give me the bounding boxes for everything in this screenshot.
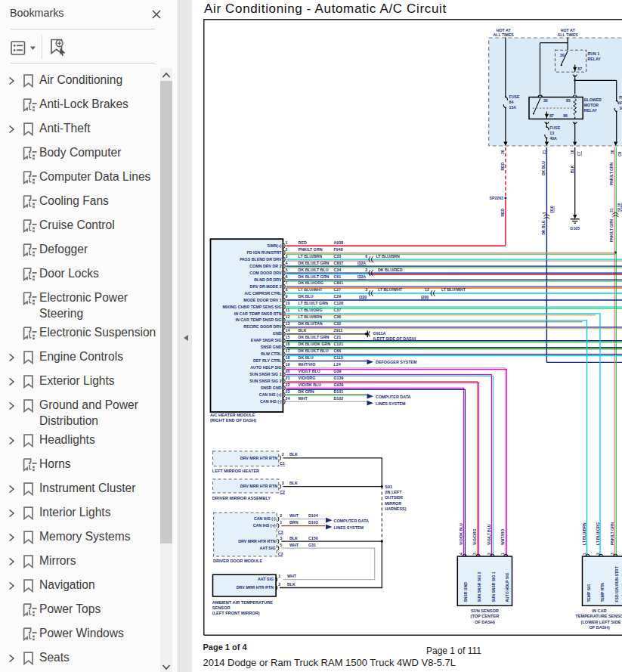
- svg-text:MODE DOOR DRV 1: MODE DOOR DRV 1: [243, 298, 281, 302]
- svg-text:SUN SNSR SIG 2: SUN SNSR SIG 2: [477, 571, 481, 602]
- svg-text:GND: GND: [273, 331, 282, 336]
- svg-text:2: 2: [282, 452, 284, 457]
- svg-text:TEMP SIG: TEMP SIG: [586, 584, 591, 602]
- svg-text:D102: D102: [334, 396, 344, 401]
- svg-text:24: 24: [286, 396, 290, 401]
- svg-text:G911A: G911A: [373, 331, 386, 336]
- svg-text:1: 1: [278, 574, 280, 578]
- svg-text:RED: RED: [299, 240, 307, 245]
- svg-text:C29: C29: [334, 294, 342, 299]
- svg-text:I32A: I32A: [357, 274, 366, 279]
- svg-text:BLW CTRL: BLW CTRL: [261, 351, 282, 356]
- svg-text:12: 12: [425, 287, 429, 292]
- svg-text:LT BLU/BRN: LT BLU/BRN: [376, 254, 401, 259]
- svg-text:85: 85: [566, 98, 571, 103]
- svg-text:C3: C3: [278, 530, 283, 534]
- svg-text:BLK: BLK: [287, 582, 296, 587]
- svg-text:C2: C2: [278, 552, 283, 556]
- svg-text:5: 5: [280, 543, 282, 547]
- svg-text:BLK: BLK: [289, 536, 298, 540]
- svg-text:DRV MRR HTR RTN: DRV MRR HTR RTN: [238, 539, 276, 543]
- svg-text:BLK: BLK: [570, 165, 574, 173]
- svg-text:OUTSIDE: OUTSIDE: [385, 495, 403, 500]
- svg-text:IN CAR TEMP SNSR SIG: IN CAR TEMP SNSR SIG: [235, 317, 281, 322]
- svg-text:LT BLU/WHT: LT BLU/WHT: [378, 287, 403, 292]
- svg-text:FUSE: FUSE: [509, 94, 520, 99]
- svg-text:WHT: WHT: [289, 513, 299, 518]
- svg-text:IN CAR: IN CAR: [592, 609, 606, 613]
- svg-text:TEMP RTN: TEMP RTN: [600, 583, 605, 602]
- svg-text:1: 1: [582, 553, 586, 555]
- svg-text:CAN IHS (-): CAN IHS (-): [254, 516, 276, 521]
- svg-text:DRIVER DOOR MODULE: DRIVER DOOR MODULE: [213, 559, 263, 563]
- svg-text:SUN SNSR SIG 1: SUN SNSR SIG 1: [249, 372, 281, 376]
- svg-text:AUTO HDLP SIG: AUTO HDLP SIG: [250, 365, 281, 370]
- svg-text:G105: G105: [570, 226, 580, 231]
- svg-text:LEFT MIRROR HEATER: LEFT MIRROR HEATER: [212, 469, 259, 473]
- svg-text:2: 2: [365, 268, 367, 272]
- svg-text:36: 36: [610, 150, 614, 154]
- svg-text:VIO/ORG: VIO/ORG: [472, 528, 477, 545]
- svg-text:RED: RED: [500, 163, 505, 171]
- svg-text:G31: G31: [308, 543, 316, 547]
- svg-text:2: 2: [280, 513, 282, 518]
- svg-text:ALL TIMES: ALL TIMES: [494, 33, 515, 37]
- svg-text:COMPUTER DATA: COMPUTER DATA: [334, 519, 370, 523]
- svg-text:ALL TIMES: ALL TIMES: [558, 33, 579, 37]
- svg-text:A938: A938: [334, 240, 344, 245]
- svg-text:FUSE: FUSE: [619, 95, 622, 100]
- svg-text:I310: I310: [549, 206, 554, 213]
- svg-text:13: 13: [549, 131, 554, 135]
- svg-text:4: 4: [459, 553, 463, 555]
- svg-text:CAN IHS (+): CAN IHS (+): [253, 523, 276, 528]
- svg-text:WHT/VIO: WHT/VIO: [500, 529, 505, 545]
- svg-text:3: 3: [610, 553, 614, 555]
- svg-text:36: 36: [500, 150, 505, 154]
- svg-text:FUSE: FUSE: [549, 125, 560, 130]
- svg-text:SUN SNSR SIG 2: SUN SNSR SIG 2: [249, 379, 281, 383]
- svg-text:VIO/DK BLU: VIO/DK BLU: [459, 523, 463, 545]
- svg-text:PNK/LT GRN: PNK/LT GRN: [610, 522, 614, 545]
- svg-text:MIXING CHBR TEMP SENS SIG: MIXING CHBR TEMP SENS SIG: [222, 305, 281, 309]
- svg-text:D103: D103: [308, 520, 318, 525]
- svg-text:COMPUTER DATA: COMPUTER DATA: [376, 395, 411, 399]
- svg-text:10: 10: [286, 301, 290, 305]
- svg-text:15A: 15A: [509, 105, 517, 110]
- svg-text:97: 97: [619, 101, 622, 105]
- svg-text:LT BLU/BRN: LT BLU/BRN: [582, 522, 586, 545]
- svg-text:IN CAR TEMP SNSR RTN: IN CAR TEMP SNSR RTN: [234, 311, 282, 316]
- svg-text:30: 30: [560, 53, 565, 57]
- svg-text:EVAP SNSR SIG: EVAP SNSR SIG: [251, 338, 282, 342]
- svg-text:C8: C8: [617, 151, 622, 156]
- svg-text:A/C HEATER MODULE: A/C HEATER MODULE: [210, 413, 255, 417]
- svg-text:WHT/VIO: WHT/VIO: [299, 362, 316, 367]
- svg-text:C150: C150: [308, 536, 318, 540]
- svg-text:86: 86: [563, 113, 568, 118]
- svg-text:DK BLU: DK BLU: [299, 294, 314, 299]
- svg-text:C7: C7: [577, 151, 581, 156]
- svg-text:1: 1: [500, 553, 505, 555]
- svg-text:AMBIENT AIR TEMPERATURE: AMBIENT AIR TEMPERATURE: [212, 600, 273, 605]
- svg-text:LT BLU/ORG: LT BLU/ORG: [596, 522, 600, 545]
- svg-text:84: 84: [509, 100, 514, 104]
- svg-text:RELAY: RELAY: [588, 57, 602, 61]
- svg-text:HOT AT: HOT AT: [561, 28, 576, 33]
- svg-text:6: 6: [365, 254, 367, 259]
- svg-text:BLK: BLK: [289, 452, 298, 457]
- svg-text:87: 87: [549, 113, 554, 118]
- svg-text:I200: I200: [421, 295, 429, 299]
- svg-text:COMN DRV DR 2: COMN DRV DR 2: [249, 264, 281, 268]
- svg-text:SUN SENSOR: SUN SENSOR: [471, 609, 499, 613]
- svg-text:PNK/LT GRN: PNK/LT GRN: [609, 162, 614, 185]
- svg-text:(LEFT FRONT MIRROR): (LEFT FRONT MIRROR): [212, 611, 260, 615]
- svg-text:15: 15: [286, 335, 290, 339]
- svg-text:VIO/LT BLU: VIO/LT BLU: [487, 524, 491, 545]
- svg-text:3: 3: [542, 212, 546, 215]
- svg-text:RELAY: RELAY: [584, 108, 598, 113]
- svg-text:AAT SIG: AAT SIG: [259, 546, 275, 550]
- svg-text:BLOWER: BLOWER: [584, 98, 602, 102]
- svg-text:19: 19: [286, 362, 290, 367]
- svg-text:RUN 1: RUN 1: [588, 51, 600, 56]
- svg-text:(IN LEFT: (IN LEFT: [385, 490, 402, 494]
- svg-text:DRV MRR HTR RTN: DRV MRR HTR RTN: [240, 484, 278, 488]
